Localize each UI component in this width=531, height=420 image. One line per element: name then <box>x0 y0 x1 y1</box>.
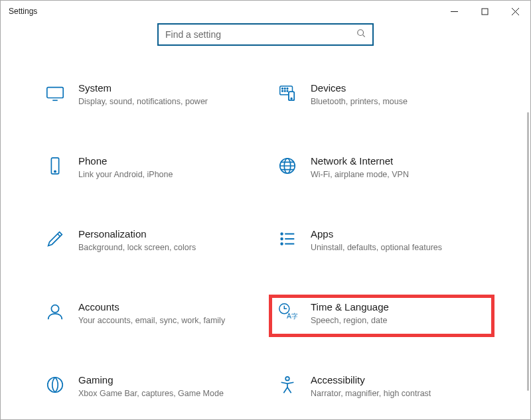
search-icon <box>356 29 366 40</box>
category-apps[interactable]: Apps Uninstall, defaults, optional featu… <box>272 225 491 261</box>
category-desc: Link your Android, iPhone <box>78 169 255 180</box>
svg-point-7 <box>282 90 283 92</box>
category-title: Gaming <box>78 374 255 387</box>
minimize-icon <box>451 8 458 15</box>
svg-point-4 <box>282 88 283 90</box>
time-language-icon: A字 <box>276 301 299 323</box>
maximize-icon <box>481 8 489 15</box>
maximize-button[interactable] <box>469 1 500 22</box>
minimize-button[interactable] <box>439 1 469 22</box>
category-title: Network & Internet <box>311 155 487 168</box>
svg-point-8 <box>284 90 285 92</box>
category-network[interactable]: Network & Internet Wi-Fi, airplane mode,… <box>272 152 491 188</box>
apps-icon <box>276 228 299 250</box>
svg-point-12 <box>291 98 292 100</box>
category-personalization[interactable]: Personalization Background, lock screen,… <box>40 225 259 261</box>
network-icon <box>276 155 299 177</box>
category-desc: Narrator, magnifier, high contrast <box>311 388 487 399</box>
category-devices[interactable]: Devices Bluetooth, printers, mouse <box>272 79 491 115</box>
category-desc: Your accounts, email, sync, work, family <box>78 315 255 326</box>
scrollbar-thumb[interactable] <box>527 112 529 391</box>
devices-icon <box>276 82 299 104</box>
personalization-icon <box>44 228 66 250</box>
category-gaming[interactable]: Gaming Xbox Game Bar, captures, Game Mod… <box>40 371 259 407</box>
close-button[interactable] <box>500 1 530 22</box>
search-row <box>1 23 530 46</box>
svg-point-1 <box>358 30 364 36</box>
category-grid: System Display, sound, notifications, po… <box>40 79 491 407</box>
category-desc: Wi-Fi, airplane mode, VPN <box>311 169 487 180</box>
category-title: Apps <box>311 228 487 241</box>
window-title: Settings <box>9 7 37 16</box>
search-box[interactable] <box>157 23 374 46</box>
svg-point-20 <box>51 305 58 313</box>
category-title: Accessibility <box>311 374 487 387</box>
category-title: System <box>78 82 255 95</box>
titlebar: Settings <box>1 1 530 22</box>
svg-point-5 <box>284 88 285 90</box>
category-desc: Xbox Game Bar, captures, Game Mode <box>78 388 255 399</box>
settings-window: Settings <box>0 0 531 420</box>
svg-point-9 <box>287 90 288 92</box>
svg-text:A字: A字 <box>287 313 297 320</box>
search-input[interactable] <box>165 29 356 40</box>
system-icon <box>44 82 66 104</box>
category-desc: Display, sound, notifications, power <box>78 96 255 107</box>
phone-icon <box>44 155 66 177</box>
svg-point-14 <box>54 171 56 172</box>
svg-point-17 <box>281 233 282 234</box>
category-time-language[interactable]: A字 Time & Language Speech, region, date <box>272 298 491 334</box>
category-desc: Bluetooth, printers, mouse <box>311 96 487 107</box>
category-system[interactable]: System Display, sound, notifications, po… <box>40 79 259 115</box>
accessibility-icon <box>276 374 299 396</box>
category-title: Phone <box>78 155 255 168</box>
svg-point-19 <box>281 243 282 244</box>
category-phone[interactable]: Phone Link your Android, iPhone <box>40 152 259 188</box>
svg-rect-0 <box>482 9 488 15</box>
accounts-icon <box>44 301 66 323</box>
category-accessibility[interactable]: Accessibility Narrator, magnifier, high … <box>272 371 491 407</box>
window-controls <box>439 1 530 22</box>
category-desc: Background, lock screen, colors <box>78 242 255 253</box>
scrollbar[interactable] <box>526 31 529 418</box>
category-title: Personalization <box>78 228 255 241</box>
svg-point-24 <box>285 377 289 381</box>
close-icon <box>512 8 519 15</box>
category-desc: Speech, region, date <box>311 315 487 326</box>
category-title: Accounts <box>78 301 255 314</box>
content-area: System Display, sound, notifications, po… <box>1 46 530 419</box>
category-accounts[interactable]: Accounts Your accounts, email, sync, wor… <box>40 298 259 334</box>
svg-rect-2 <box>47 88 63 98</box>
category-title: Devices <box>311 82 487 95</box>
svg-point-6 <box>287 88 288 90</box>
category-title: Time & Language <box>311 301 487 314</box>
gaming-icon <box>44 374 66 396</box>
svg-point-23 <box>48 378 63 393</box>
category-desc: Uninstall, defaults, optional features <box>311 242 487 253</box>
svg-point-18 <box>281 238 282 240</box>
